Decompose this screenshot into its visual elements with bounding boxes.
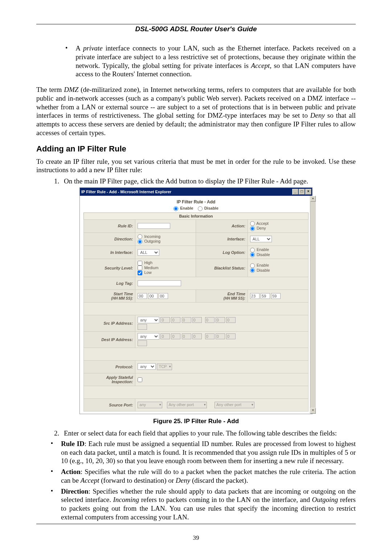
t: Incoming <box>144 234 160 239</box>
start-ss-input[interactable] <box>159 293 168 299</box>
label-source-port: Source Port: <box>84 398 135 411</box>
t: High <box>144 260 152 265</box>
label-in-interface: In Interface: <box>84 246 135 259</box>
dialog-body: ▴ ▾ IP Filter Rule - Add Enable Disable … <box>80 196 312 414</box>
t: Enable <box>180 206 193 210</box>
dest-ip-o4 <box>192 333 202 339</box>
bl-disable-radio[interactable]: Disable <box>250 268 270 272</box>
sec-medium-check[interactable]: Medium <box>138 266 158 270</box>
enable-radio[interactable]: Enable <box>173 206 193 210</box>
em: Accept <box>251 62 270 69</box>
src-ip-o4 <box>192 317 202 323</box>
interface-select[interactable]: ALL <box>250 236 272 242</box>
in-interface-select[interactable]: ALL <box>138 249 159 256</box>
scroll-down-icon[interactable]: ▾ <box>310 408 316 414</box>
b: Rule ID <box>61 440 85 447</box>
log-tag-input[interactable] <box>138 280 181 286</box>
desc-direction: Direction: Specifies whether the rule sh… <box>51 487 356 522</box>
end-hh-input[interactable] <box>250 293 260 299</box>
desc-rule-id: Rule ID: Each rule must be assigned a se… <box>51 439 356 465</box>
src-ip-select[interactable]: any <box>138 317 159 323</box>
section-basic-info: Basic Information <box>83 212 309 219</box>
sec-high-check[interactable]: High <box>138 260 152 265</box>
steps-list: On the main IP Filter page, click the Ad… <box>36 177 356 185</box>
t: A <box>75 44 83 52</box>
label-start-time: Start Time(HH MM SS): <box>84 289 135 302</box>
t: Enable <box>257 247 269 252</box>
src-mask-o3 <box>226 317 236 323</box>
direction-outgoing-radio[interactable]: Outgoing <box>138 239 160 243</box>
window-title: IP Filter Rule - Add - Microsoft Interne… <box>81 190 171 194</box>
header-rule-top <box>36 24 356 24</box>
log-disable-radio[interactable]: Disable <box>250 252 270 257</box>
disable-radio[interactable]: Disable <box>198 206 219 210</box>
page-number: 39 <box>36 534 356 542</box>
em: Accept <box>81 477 99 484</box>
em: Deny <box>176 477 190 484</box>
action-accept-radio[interactable]: Accept <box>250 221 269 226</box>
protocol-select[interactable]: any <box>138 363 156 370</box>
sec-low-check[interactable]: Low <box>138 270 151 275</box>
dest-ip-select[interactable]: any <box>138 333 159 340</box>
log-enable-radio[interactable]: Enable <box>250 247 269 252</box>
basic-info-table: Rule ID: Action: Accept Deny Direction: … <box>83 219 309 412</box>
t: Outgoing <box>144 239 160 243</box>
figure-wrapper: IP Filter Rule - Add - Microsoft Interne… <box>36 187 356 414</box>
footer-rule <box>36 524 356 524</box>
label-log-tag: Log Tag: <box>84 277 135 289</box>
maximize-icon[interactable]: □ <box>299 189 305 195</box>
start-hh-input[interactable] <box>138 293 147 299</box>
t: Disable <box>257 252 270 257</box>
t: Medium <box>144 266 158 270</box>
ip-filter-dialog: IP Filter Rule - Add - Microsoft Interne… <box>79 187 313 414</box>
bl-enable-radio[interactable]: Enable <box>250 263 269 267</box>
end-ss-input[interactable] <box>271 293 281 299</box>
label-direction: Direction: <box>84 232 135 246</box>
dest-ip-o2 <box>171 333 180 339</box>
source-port-other-2: Any other port <box>215 402 254 408</box>
apply-stateful-check[interactable] <box>138 377 142 382</box>
t: Accept <box>256 221 269 226</box>
label-security-level: Security Level: <box>84 259 135 277</box>
start-mm-input[interactable] <box>148 293 158 299</box>
label-blacklist: Blacklist Status: <box>196 259 248 277</box>
step-2: Enter or select data for each field that… <box>61 429 356 437</box>
scrollbar[interactable]: ▴ ▾ <box>310 196 316 414</box>
dest-ip-o1 <box>160 333 170 339</box>
t: (discard the packet). <box>190 477 248 484</box>
t: Deny <box>257 226 266 230</box>
action-deny-radio[interactable]: Deny <box>250 226 266 230</box>
src-mask-o1 <box>205 317 215 323</box>
end-mm-input[interactable] <box>261 293 270 299</box>
label-end-time: End Time(HH MM SS): <box>196 289 248 302</box>
dest-ip-o3 <box>182 333 191 339</box>
direction-incoming-radio[interactable]: Incoming <box>138 234 160 239</box>
close-icon[interactable]: × <box>305 189 311 195</box>
rule-id-input[interactable] <box>138 223 170 229</box>
label-action: Action: <box>196 219 248 232</box>
t: (forward to destination) or <box>99 477 176 484</box>
dest-mask-o1 <box>205 333 215 339</box>
t: Low <box>144 270 151 275</box>
step-1: On the main IP Filter page, click the Ad… <box>61 177 356 185</box>
window-titlebar: IP Filter Rule - Add - Microsoft Interne… <box>80 188 312 196</box>
label-src-ip: Src IP Address: <box>84 315 135 331</box>
em: Incoming <box>113 496 139 503</box>
src-mask-o2 <box>216 317 225 323</box>
label-rule-id: Rule ID: <box>84 219 135 232</box>
intro-bullet: • A private interface connects to your L… <box>65 44 356 78</box>
enable-disable-row: Enable Disable <box>83 206 309 211</box>
t: The term <box>36 86 64 93</box>
src-ip-o2 <box>171 317 180 323</box>
label-protocol: Protocol: <box>84 360 135 373</box>
dest-mask-o3 <box>226 333 236 339</box>
scroll-up-icon[interactable]: ▴ <box>310 196 316 202</box>
bullet-dot-icon: • <box>65 44 68 78</box>
em: private <box>83 44 103 52</box>
t: Disable <box>204 206 219 210</box>
b: Action <box>61 468 81 475</box>
minimize-icon[interactable]: _ <box>292 189 298 195</box>
em: Deny <box>310 112 325 119</box>
label-interface: Interface: <box>196 232 248 246</box>
doc-header: DSL-500G ADSL Router User's Guide <box>36 25 356 33</box>
